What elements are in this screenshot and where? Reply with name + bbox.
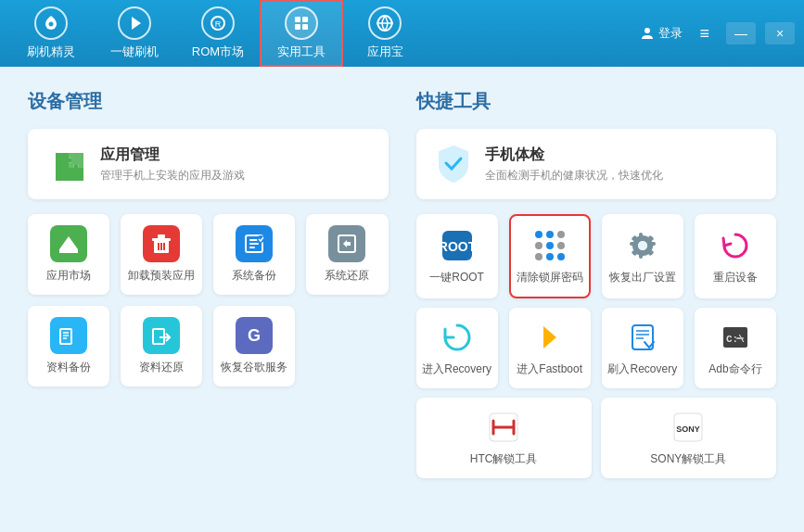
nav-item-rom-market[interactable]: R ROM市场 bbox=[176, 0, 260, 67]
one-key-root-card[interactable]: ROOT 一键ROOT bbox=[416, 214, 498, 298]
nav-label-utility-tools: 实用工具 bbox=[277, 44, 325, 60]
phone-check-text: 手机体检 全面检测手机的健康状况，快速优化 bbox=[485, 146, 663, 184]
adb-command-card[interactable]: C:\ Adb命令行 bbox=[695, 308, 776, 388]
clear-lock-screen-card[interactable]: 清除锁屏密码 bbox=[509, 214, 591, 298]
svg-rect-6 bbox=[295, 24, 300, 30]
root-label: 一键ROOT bbox=[429, 270, 484, 285]
close-button[interactable]: × bbox=[765, 22, 795, 44]
rom-market-icon: R bbox=[201, 6, 235, 40]
app-management-text: 应用管理 管理手机上安装的应用及游戏 bbox=[100, 146, 245, 184]
system-backup-icon bbox=[236, 225, 273, 262]
puzzle-icon bbox=[46, 144, 87, 184]
enter-recovery-card[interactable]: 进入Recovery bbox=[416, 308, 498, 388]
nav-label-rom-market: ROM市场 bbox=[192, 44, 244, 60]
device-cards-row2: 资料备份 资料还原 G bbox=[28, 306, 389, 386]
lock-screen-label: 清除锁屏密码 bbox=[517, 270, 583, 285]
dot2 bbox=[546, 231, 554, 238]
svg-marker-1 bbox=[132, 17, 141, 30]
svg-rect-21 bbox=[60, 329, 71, 344]
header: 刷机精灵 一键刷机 R ROM市场 bbox=[0, 0, 804, 67]
phone-check-card[interactable]: 手机体检 全面检测手机的健康状况，快速优化 bbox=[416, 129, 777, 199]
sony-icon: SONY bbox=[670, 409, 707, 446]
uninstall-preinstalled-card[interactable]: 卸载预装应用 bbox=[121, 214, 202, 295]
system-backup-card[interactable]: 系统备份 bbox=[213, 214, 295, 295]
htc-label: HTC解锁工具 bbox=[470, 451, 538, 467]
app-market-card[interactable]: 应用市场 bbox=[28, 214, 109, 295]
svg-rect-31 bbox=[639, 233, 643, 238]
data-restore-card[interactable]: 资料还原 bbox=[121, 306, 202, 386]
nav-item-flash-wizard[interactable]: 刷机精灵 bbox=[9, 0, 93, 67]
app-management-card[interactable]: 应用管理 管理手机上安装的应用及游戏 bbox=[28, 129, 389, 199]
enter-fastboot-card[interactable]: 进入Fastboot bbox=[509, 308, 591, 388]
svg-text:ROOT: ROOT bbox=[440, 239, 475, 254]
data-backup-card[interactable]: 资料备份 bbox=[28, 306, 109, 386]
data-backup-icon bbox=[50, 317, 87, 354]
fastboot-label: 进入Fastboot bbox=[517, 361, 582, 377]
app-management-title-text: 应用管理 bbox=[100, 146, 245, 165]
reboot-icon bbox=[717, 227, 754, 264]
factory-reset-card[interactable]: 恢复出厂设置 bbox=[602, 214, 683, 298]
right-panel: 快捷工具 手机体检 全面检测手机的健康状况，快速优化 ROO bbox=[416, 89, 777, 510]
one-key-flash-icon bbox=[118, 6, 151, 40]
uninstall-icon bbox=[143, 225, 180, 262]
system-restore-card[interactable]: 系统还原 bbox=[306, 214, 388, 295]
nav-item-one-key-flash[interactable]: 一键刷机 bbox=[93, 0, 176, 67]
quick-tools-row3: HTC解锁工具 SONY SONY解锁工具 bbox=[416, 398, 777, 478]
left-panel: 设备管理 应用管理 管理手机上安装的应用及游戏 bbox=[28, 89, 389, 510]
header-right: 登录 ≡ — × bbox=[640, 20, 795, 47]
quick-tools-title: 快捷工具 bbox=[416, 89, 777, 114]
system-restore-icon bbox=[328, 225, 365, 262]
quick-tools-row1: ROOT 一键ROOT bbox=[416, 214, 777, 298]
factory-reset-icon bbox=[624, 227, 661, 264]
restore-google-card[interactable]: G 恢复谷歌服务 bbox=[213, 306, 295, 386]
sony-label: SONY解锁工具 bbox=[650, 451, 726, 467]
svg-rect-17 bbox=[249, 243, 259, 245]
nav-label-one-key-flash: 一键刷机 bbox=[110, 44, 159, 60]
nav-item-app-store[interactable]: 应用宝 bbox=[343, 0, 427, 67]
minimize-button[interactable]: — bbox=[726, 22, 756, 44]
root-icon: ROOT bbox=[439, 227, 476, 264]
app-management-subtitle: 管理手机上安装的应用及游戏 bbox=[100, 168, 245, 184]
flash-recovery-label: 刷入Recovery bbox=[607, 361, 677, 377]
menu-button[interactable]: ≡ bbox=[692, 20, 717, 47]
login-button[interactable]: 登录 bbox=[640, 25, 683, 42]
main-content: 设备管理 应用管理 管理手机上安装的应用及游戏 bbox=[0, 67, 804, 532]
svg-rect-10 bbox=[152, 238, 171, 241]
svg-point-30 bbox=[638, 241, 647, 250]
svg-text:SONY: SONY bbox=[677, 424, 701, 434]
svg-rect-4 bbox=[295, 17, 300, 22]
app-market-label: 应用市场 bbox=[46, 268, 91, 284]
sony-unlock-card[interactable]: SONY SONY解锁工具 bbox=[601, 398, 776, 478]
htc-unlock-card[interactable]: HTC解锁工具 bbox=[416, 398, 592, 478]
nav-bar: 刷机精灵 一键刷机 R ROM市场 bbox=[9, 0, 640, 67]
restore-google-label: 恢复谷歌服务 bbox=[221, 360, 287, 375]
nav-label-flash-wizard: 刷机精灵 bbox=[27, 44, 75, 60]
htc-icon bbox=[485, 409, 522, 446]
system-restore-label: 系统还原 bbox=[325, 268, 369, 284]
svg-rect-34 bbox=[650, 242, 656, 246]
svg-rect-32 bbox=[639, 253, 643, 259]
uninstall-label: 卸载预装应用 bbox=[128, 268, 195, 284]
svg-point-0 bbox=[49, 22, 54, 27]
svg-marker-39 bbox=[543, 326, 556, 348]
reboot-label: 重启设备 bbox=[713, 270, 758, 285]
data-restore-icon bbox=[143, 317, 180, 354]
reboot-device-card[interactable]: 重启设备 bbox=[695, 214, 776, 298]
flash-recovery-card[interactable]: 刷入Recovery bbox=[602, 308, 683, 388]
svg-point-8 bbox=[644, 28, 650, 33]
dot5 bbox=[546, 242, 554, 249]
adb-label: Adb命令行 bbox=[708, 361, 761, 377]
shield-icon bbox=[435, 144, 472, 184]
svg-rect-18 bbox=[249, 247, 255, 248]
dot8 bbox=[546, 253, 554, 260]
system-backup-label: 系统备份 bbox=[232, 268, 276, 284]
app-market-icon bbox=[50, 225, 87, 262]
nav-label-app-store: 应用宝 bbox=[367, 44, 403, 60]
nav-item-utility-tools[interactable]: 实用工具 bbox=[260, 0, 343, 67]
data-backup-label: 资料备份 bbox=[46, 360, 91, 375]
dot1 bbox=[535, 231, 542, 238]
flash-wizard-icon bbox=[34, 6, 68, 40]
svg-rect-11 bbox=[158, 234, 165, 238]
svg-text:R: R bbox=[215, 19, 222, 29]
recovery-label: 进入Recovery bbox=[422, 361, 491, 377]
